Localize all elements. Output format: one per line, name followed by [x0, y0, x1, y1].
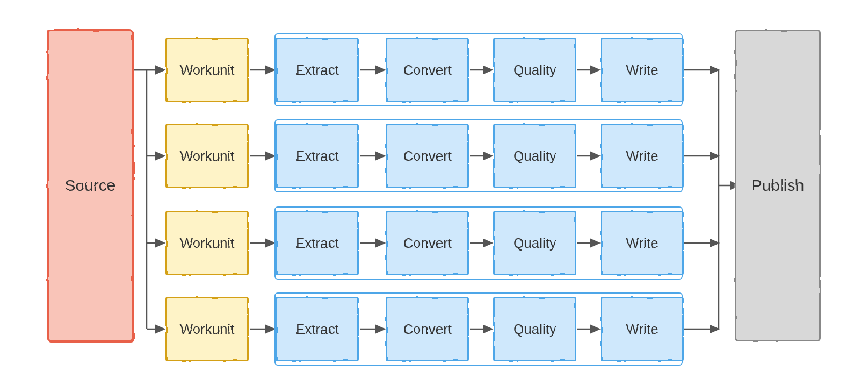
workunit-node-row2: Workunit [165, 124, 249, 188]
quality-node-row3: Quality [493, 211, 576, 275]
extract-node-row3: Extract [276, 211, 359, 275]
publish-node: Publish [735, 30, 821, 341]
write-node-row1: Write [601, 38, 684, 102]
write-node-row2: Write [601, 124, 684, 188]
source-node: Source [47, 30, 133, 341]
convert-node-row3: Convert [386, 211, 469, 275]
quality-node-row4: Quality [493, 297, 576, 361]
extract-node-row2: Extract [276, 124, 359, 188]
write-node-row3: Write [601, 211, 684, 275]
workunit-node-row1: Workunit [165, 38, 249, 102]
extract-node-row1: Extract [276, 38, 359, 102]
pipeline-diagram: Source Publish Workunit Extract Convert … [31, 11, 837, 360]
convert-node-row4: Convert [386, 297, 469, 361]
quality-node-row1: Quality [493, 38, 576, 102]
workunit-node-row3: Workunit [165, 211, 249, 275]
workunit-node-row4: Workunit [165, 297, 249, 361]
extract-node-row4: Extract [276, 297, 359, 361]
quality-node-row2: Quality [493, 124, 576, 188]
convert-node-row1: Convert [386, 38, 469, 102]
convert-node-row2: Convert [386, 124, 469, 188]
write-node-row4: Write [601, 297, 684, 361]
